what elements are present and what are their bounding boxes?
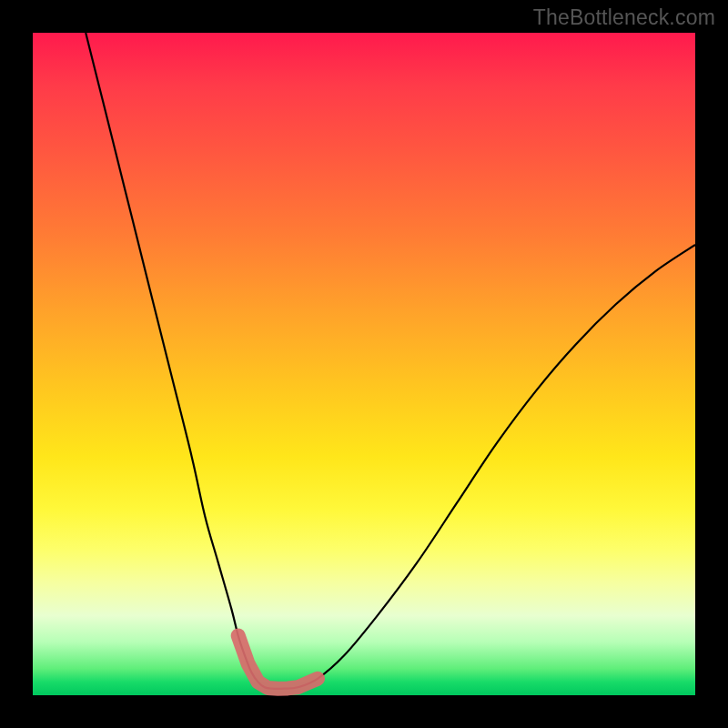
- bottleneck-curve: [86, 33, 695, 689]
- optimal-range-marker: [238, 636, 318, 689]
- chart-frame: TheBottleneck.com: [0, 0, 728, 728]
- watermark-text: TheBottleneck.com: [533, 5, 715, 30]
- chart-svg: [33, 33, 695, 695]
